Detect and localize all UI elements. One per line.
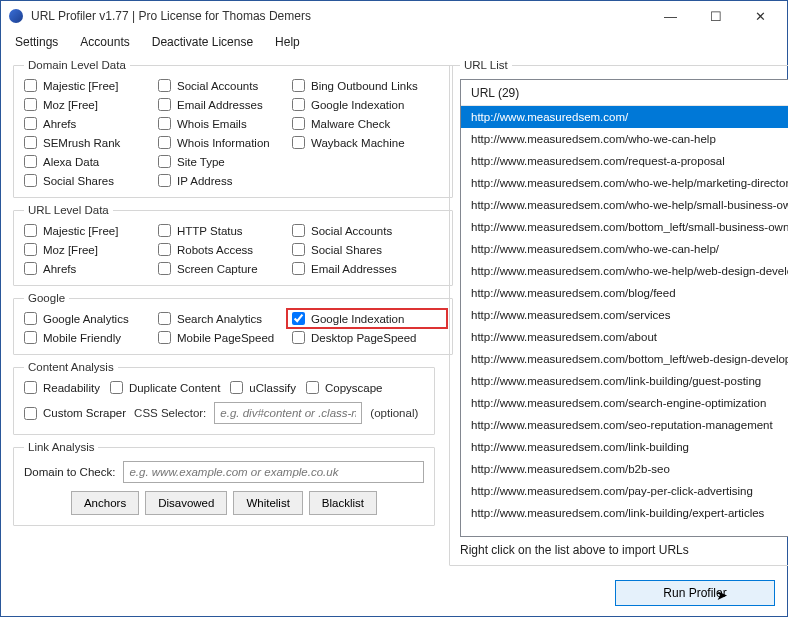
chk-domain-moz[interactable]: Moz [Free] [24, 98, 154, 111]
titlebar: URL Profiler v1.77 | Pro License for Tho… [1, 1, 787, 31]
run-profiler-button[interactable]: Run Profiler ➤ [615, 580, 775, 606]
url-list[interactable]: URL (29) http://www.measuredsem.com/http… [460, 79, 788, 537]
group-url: URL Level Data Majestic [Free] HTTP Stat… [13, 204, 453, 286]
chk-google-indexation[interactable]: Google Indexation [286, 308, 448, 329]
group-urllist: URL List URL (29) http://www.measuredsem… [449, 59, 788, 566]
url-list-item[interactable]: http://www.measuredsem.com/link-building [461, 436, 788, 458]
menubar: Settings Accounts Deactivate License Hel… [1, 31, 787, 53]
url-list-item[interactable]: http://www.measuredsem.com/link-building… [461, 370, 788, 392]
chk-url-robots[interactable]: Robots Access [158, 243, 288, 256]
chk-domain-social-accounts[interactable]: Social Accounts [158, 79, 288, 92]
chk-domain-bing-outbound[interactable]: Bing Outbound Links [292, 79, 442, 92]
chk-domain-whois-emails[interactable]: Whois Emails [158, 117, 288, 130]
css-selector-optional: (optional) [370, 407, 418, 419]
url-list-item[interactable]: http://www.measuredsem.com/who-we-help/w… [461, 260, 788, 282]
url-list-item[interactable]: http://www.measuredsem.com/who-we-help/m… [461, 172, 788, 194]
menu-settings[interactable]: Settings [15, 35, 58, 49]
group-content-legend: Content Analysis [24, 361, 118, 373]
chk-domain-email[interactable]: Email Addresses [158, 98, 288, 111]
chk-readability[interactable]: Readability [24, 381, 100, 394]
group-domain-legend: Domain Level Data [24, 59, 130, 71]
window-title: URL Profiler v1.77 | Pro License for Tho… [31, 9, 648, 23]
chk-domain-alexa[interactable]: Alexa Data [24, 155, 154, 168]
menu-help[interactable]: Help [275, 35, 300, 49]
menu-deactivate[interactable]: Deactivate License [152, 35, 253, 49]
url-list-item[interactable]: http://www.measuredsem.com/bottom_left/w… [461, 348, 788, 370]
domain-to-check-input[interactable] [123, 461, 424, 483]
group-google: Google Google Analytics Search Analytics… [13, 292, 453, 355]
chk-domain-social-shares[interactable]: Social Shares [24, 174, 154, 187]
anchors-button[interactable]: Anchors [71, 491, 139, 515]
chk-google-search-analytics[interactable]: Search Analytics [158, 312, 288, 325]
chk-domain-ip-address[interactable]: IP Address [158, 174, 288, 187]
minimize-button[interactable]: — [648, 2, 693, 30]
group-url-legend: URL Level Data [24, 204, 113, 216]
chk-url-ahrefs[interactable]: Ahrefs [24, 262, 154, 275]
app-icon [9, 9, 23, 23]
chk-domain-semrush[interactable]: SEMrush Rank [24, 136, 154, 149]
url-list-item[interactable]: http://www.measuredsem.com/seo-reputatio… [461, 414, 788, 436]
chk-google-analytics[interactable]: Google Analytics [24, 312, 154, 325]
app-window: URL Profiler v1.77 | Pro License for Tho… [0, 0, 788, 617]
chk-custom-scraper[interactable]: Custom Scraper [24, 407, 126, 420]
menu-accounts[interactable]: Accounts [80, 35, 129, 49]
cursor-icon: ➤ [716, 587, 728, 603]
window-buttons: — ☐ ✕ [648, 2, 783, 30]
url-list-item[interactable]: http://www.measuredsem.com/who-we-can-he… [461, 238, 788, 260]
disavowed-button[interactable]: Disavowed [145, 491, 227, 515]
chk-url-moz[interactable]: Moz [Free] [24, 243, 154, 256]
url-list-item[interactable]: http://www.measuredsem.com/link-building… [461, 502, 788, 524]
chk-domain-majestic[interactable]: Majestic [Free] [24, 79, 154, 92]
chk-url-social-accounts[interactable]: Social Accounts [292, 224, 442, 237]
chk-google-mobile-pagespeed[interactable]: Mobile PageSpeed [158, 331, 288, 344]
chk-url-majestic[interactable]: Majestic [Free] [24, 224, 154, 237]
chk-url-email[interactable]: Email Addresses [292, 262, 442, 275]
chk-domain-ahrefs[interactable]: Ahrefs [24, 117, 154, 130]
chk-domain-malware[interactable]: Malware Check [292, 117, 442, 130]
chk-duplicate-content[interactable]: Duplicate Content [110, 381, 220, 394]
group-link-legend: Link Analysis [24, 441, 98, 453]
url-list-item[interactable]: http://www.measuredsem.com/who-we-can-he… [461, 128, 788, 150]
chk-url-http-status[interactable]: HTTP Status [158, 224, 288, 237]
url-list-header[interactable]: URL (29) [461, 80, 788, 106]
url-list-item[interactable]: http://www.measuredsem.com/about [461, 326, 788, 348]
close-button[interactable]: ✕ [738, 2, 783, 30]
css-selector-input[interactable] [214, 402, 362, 424]
group-content: Content Analysis Readability Duplicate C… [13, 361, 435, 435]
chk-domain-google-indexation[interactable]: Google Indexation [292, 98, 442, 111]
chk-domain-wayback[interactable]: Wayback Machine [292, 136, 442, 149]
blacklist-button[interactable]: Blacklist [309, 491, 377, 515]
chk-copyscape[interactable]: Copyscape [306, 381, 383, 394]
url-list-item[interactable]: http://www.measuredsem.com/ [461, 106, 788, 128]
domain-to-check-label: Domain to Check: [24, 466, 115, 478]
url-list-item[interactable]: http://www.measuredsem.com/search-engine… [461, 392, 788, 414]
chk-domain-site-type[interactable]: Site Type [158, 155, 288, 168]
group-urllist-legend: URL List [460, 59, 512, 71]
group-link: Link Analysis Domain to Check: Anchors D… [13, 441, 435, 526]
url-list-item[interactable]: http://www.measuredsem.com/blog/feed [461, 282, 788, 304]
css-selector-label: CSS Selector: [134, 407, 206, 419]
url-list-item[interactable]: http://www.measuredsem.com/pay-per-click… [461, 480, 788, 502]
maximize-button[interactable]: ☐ [693, 2, 738, 30]
chk-domain-whois-info[interactable]: Whois Information [158, 136, 288, 149]
url-list-item[interactable]: http://www.measuredsem.com/b2b-seo [461, 458, 788, 480]
url-list-item[interactable]: http://www.measuredsem.com/services [461, 304, 788, 326]
chk-google-mobile-friendly[interactable]: Mobile Friendly [24, 331, 154, 344]
whitelist-button[interactable]: Whitelist [233, 491, 302, 515]
group-domain: Domain Level Data Majestic [Free] Social… [13, 59, 453, 198]
url-list-item[interactable]: http://www.measuredsem.com/request-a-pro… [461, 150, 788, 172]
url-list-item[interactable]: http://www.measuredsem.com/who-we-help/s… [461, 194, 788, 216]
chk-uclassify[interactable]: uClassify [230, 381, 296, 394]
chk-url-social-shares[interactable]: Social Shares [292, 243, 442, 256]
content-area: Domain Level Data Majestic [Free] Social… [1, 53, 787, 576]
chk-url-screen-capture[interactable]: Screen Capture [158, 262, 288, 275]
chk-google-desktop-pagespeed[interactable]: Desktop PageSpeed [292, 331, 442, 344]
group-google-legend: Google [24, 292, 69, 304]
url-list-hint: Right click on the list above to import … [460, 543, 788, 557]
url-list-item[interactable]: http://www.measuredsem.com/bottom_left/s… [461, 216, 788, 238]
